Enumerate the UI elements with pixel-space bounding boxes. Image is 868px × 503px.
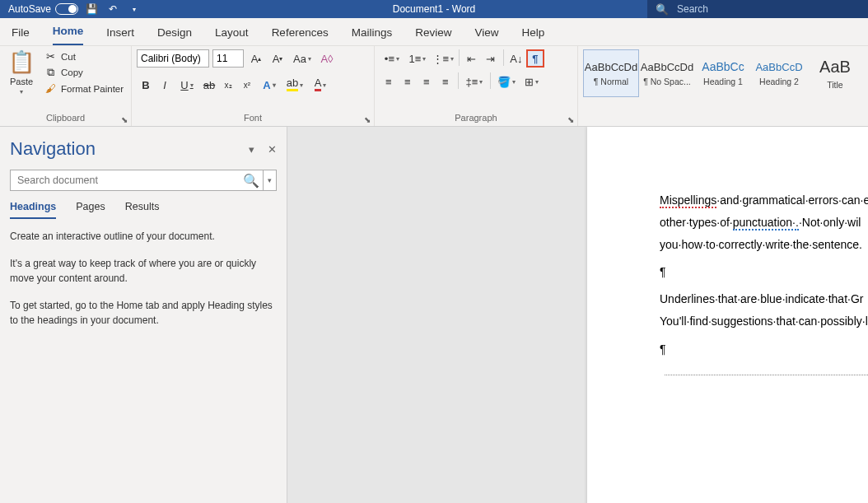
text-effects-button[interactable]: A (257, 76, 282, 94)
underline-button[interactable]: U (175, 76, 199, 94)
clear-formatting-button[interactable]: A◊ (318, 49, 336, 68)
nav-close-icon[interactable]: ✕ (268, 143, 277, 156)
nav-search-input[interactable] (11, 170, 240, 190)
nav-dropdown-icon[interactable]: ▾ (249, 143, 254, 156)
tab-design[interactable]: Design (157, 26, 192, 45)
subscript-button[interactable]: x₂ (219, 76, 237, 94)
shrink-font-button[interactable]: A▾ (268, 49, 287, 68)
bold-button[interactable]: B (137, 76, 155, 94)
autosave-label: AutoSave (8, 3, 51, 15)
page-break: Page Break¶ (660, 367, 868, 384)
redo-icon[interactable]: ▾ (126, 1, 142, 17)
copy-icon: ⧉ (44, 66, 57, 79)
doc-line-1: Mispellings·and·grammatical·errors·can·e (660, 191, 868, 210)
search-icon: 🔍 (656, 3, 669, 16)
font-size-select[interactable] (212, 49, 244, 68)
autosave-toggle[interactable]: AutoSave (8, 3, 78, 15)
pilcrow-1: ¶ (660, 263, 868, 282)
strikethrough-button[interactable]: ab (200, 76, 218, 94)
tab-help[interactable]: Help (522, 26, 545, 45)
paste-button[interactable]: 📋 Paste ▾ (5, 49, 38, 95)
tab-insert[interactable]: Insert (106, 26, 134, 45)
font-name-select[interactable] (137, 49, 209, 68)
scissors-icon: ✂ (44, 50, 57, 63)
tab-mailings[interactable]: Mailings (352, 26, 393, 45)
italic-button[interactable]: I (156, 76, 174, 94)
menu-tabs: File Home Insert Design Layout Reference… (0, 18, 868, 46)
save-icon[interactable]: 💾 (83, 1, 100, 17)
style-heading-1[interactable]: AaBbCc Heading 1 (695, 49, 751, 97)
document-title: Document1 - Word (393, 3, 475, 15)
pilcrow-2: ¶ (660, 340, 868, 359)
justify-button[interactable]: ≡ (436, 72, 455, 91)
nav-body-line-2: It's a great way to keep track of where … (10, 256, 277, 286)
superscript-button[interactable]: x² (238, 76, 256, 94)
numbering-button[interactable]: 1≡ (405, 49, 430, 68)
align-right-button[interactable]: ≡ (418, 72, 436, 91)
align-center-button[interactable]: ≡ (399, 72, 417, 91)
document-area[interactable]: Mispellings·and·grammatical·errors·can·e… (287, 127, 868, 503)
paragraph-dialog-launcher[interactable]: ⬊ (567, 115, 574, 124)
bullets-button[interactable]: •≡ (380, 49, 404, 68)
toggle-switch-icon (55, 3, 78, 15)
paragraph-group-label: Paragraph (380, 113, 572, 124)
clipboard-dialog-launcher[interactable]: ⬊ (121, 115, 128, 124)
nav-tab-pages[interactable]: Pages (76, 201, 105, 219)
multilevel-list-button[interactable]: ⋮≡ (431, 49, 455, 68)
cut-button[interactable]: ✂Cut (41, 49, 126, 63)
font-dialog-launcher[interactable]: ⬊ (364, 115, 371, 124)
clipboard-icon: 📋 (8, 49, 35, 75)
tab-home[interactable]: Home (53, 25, 84, 45)
nav-search-button[interactable]: 🔍 (240, 170, 263, 190)
line-spacing-button[interactable]: ‡≡ (462, 72, 487, 91)
nav-body-line-1: Create an interactive outline of your do… (10, 229, 277, 245)
doc-line-2: other·types·of·punctuation·.·Not·only·wi… (660, 213, 868, 232)
tab-review[interactable]: Review (415, 26, 451, 45)
increase-indent-button[interactable]: ⇥ (482, 49, 500, 68)
nav-tab-results[interactable]: Results (125, 201, 160, 219)
tab-file[interactable]: File (12, 26, 30, 45)
tab-references[interactable]: References (272, 26, 329, 45)
doc-line-3: you·how·to·correctly·write·the·sentence. (660, 235, 868, 254)
ribbon: 📋 Paste ▾ ✂Cut ⧉Copy 🖌Format Painter Cli… (0, 46, 868, 127)
tab-view[interactable]: View (474, 26, 498, 45)
highlight-button[interactable]: ab (282, 76, 307, 94)
paintbrush-icon: 🖌 (44, 82, 57, 95)
shading-button[interactable]: 🪣 (494, 72, 519, 91)
change-case-button[interactable]: Aa (290, 49, 315, 68)
nav-search[interactable]: 🔍 ▾ (10, 170, 277, 191)
align-left-button[interactable]: ≡ (380, 72, 398, 91)
navigation-title: Navigation (10, 138, 96, 160)
style-no-spacing[interactable]: AaBbCcDd ¶ No Spac... (639, 49, 695, 97)
grow-font-button[interactable]: A▴ (247, 49, 265, 68)
decrease-indent-button[interactable]: ⇤ (463, 49, 481, 68)
style-heading-2[interactable]: AaBbCcD Heading 2 (751, 49, 807, 97)
chevron-down-icon: ▾ (20, 88, 23, 95)
undo-icon[interactable]: ↶ (105, 1, 121, 17)
search-bar[interactable]: 🔍 Search (647, 0, 868, 18)
format-painter-button[interactable]: 🖌Format Painter (41, 82, 126, 95)
font-color-button[interactable]: A (308, 76, 333, 94)
show-paragraph-marks-button[interactable]: ¶ (526, 49, 544, 68)
style-normal[interactable]: AaBbCcDd ¶ Normal (583, 49, 639, 97)
nav-search-dropdown[interactable]: ▾ (263, 170, 276, 190)
page: Mispellings·and·grammatical·errors·can·e… (587, 127, 868, 503)
borders-button[interactable]: ⊞ (520, 72, 544, 91)
copy-button[interactable]: ⧉Copy (41, 65, 126, 80)
navigation-pane: Navigation ▾ ✕ 🔍 ▾ Headings Pages Result… (0, 127, 287, 503)
nav-tab-headings[interactable]: Headings (10, 201, 56, 219)
doc-line-5: You'll·find·suggestions·that·can·possibl… (660, 312, 868, 331)
sort-button[interactable]: A↓ (507, 49, 525, 68)
clipboard-group-label: Clipboard (5, 113, 126, 124)
style-title[interactable]: AaB Title (807, 49, 863, 97)
doc-line-4: Underlines·that·are·blue·indicate·that·G… (660, 290, 868, 309)
font-group-label: Font (137, 113, 369, 124)
nav-body-line-3: To get started, go to the Home tab and a… (10, 298, 277, 328)
tab-layout[interactable]: Layout (215, 26, 249, 45)
search-placeholder: Search (677, 3, 708, 15)
